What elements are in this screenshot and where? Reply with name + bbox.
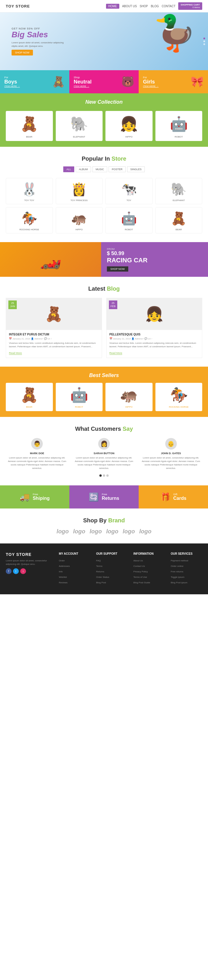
footer-link[interactable]: Toggle ipsum	[171, 576, 184, 578]
footer-link[interactable]: FAQ	[96, 559, 101, 562]
instagram-icon[interactable]: i	[20, 568, 26, 574]
popular-title-wrap: Popular In Store	[6, 156, 202, 162]
filter-tab-singles[interactable]: SINGLES	[127, 166, 145, 172]
blog-month: JAN	[10, 305, 15, 308]
popular-item[interactable]: 👸TOY PRINCESS	[56, 178, 103, 204]
footer-link[interactable]: Wishlist	[59, 576, 67, 578]
blog-read-more-link[interactable]: Read More	[9, 352, 22, 355]
footer-link[interactable]: Returns	[96, 570, 104, 573]
facebook-icon[interactable]: f	[6, 568, 11, 574]
popular-item[interactable]: 🦛HIPPO	[56, 207, 103, 234]
footer-link[interactable]: Order	[59, 559, 65, 562]
footer-link-item: Terms	[96, 564, 128, 568]
nav-shop-link[interactable]: SHOP	[140, 5, 148, 8]
footer-col-0: MY ACCOUNTOrderAddressesInfoWishlistRevi…	[59, 552, 91, 585]
shipping-text: Free Shiping	[33, 493, 50, 501]
best-sellers-grid: 🧸BEAR🤖ROBOT🦛HIPPO🏇ROCKING HORSE	[6, 383, 202, 411]
boys-link[interactable]: ITEM HERE →	[4, 85, 20, 88]
footer-link[interactable]: Addresses	[59, 565, 70, 568]
footer-link[interactable]: Contact Us	[133, 565, 145, 568]
racing-car-image: 🏎️	[0, 242, 101, 277]
best-seller-item[interactable]: 🦛HIPPO	[105, 383, 152, 411]
footer-link[interactable]: Reviews	[59, 581, 68, 584]
brand-logos: logologologologologologo	[6, 528, 202, 535]
category-girls[interactable]: For Girls ITEM HERE → 🎀	[139, 70, 208, 93]
footer-link[interactable]: About Us	[133, 559, 143, 562]
brand-logo-4[interactable]: logo	[123, 528, 135, 535]
footer-link[interactable]: Blog Post	[96, 581, 106, 584]
popular-item[interactable]: 🏇ROCKING HORSE	[6, 207, 53, 234]
blog-title: INTEGER ET PURUS DICTUM	[9, 333, 99, 336]
best-seller-emoji: 🏇	[158, 386, 200, 404]
filter-tab-music[interactable]: MUSIC	[92, 166, 107, 172]
brand-logo-0[interactable]: logo	[57, 528, 69, 535]
nav-cart[interactable]: SHOPPING CART 0 items	[178, 2, 202, 10]
popular-item-name: TOY PRINCESS	[58, 199, 100, 202]
footer-description: Lorem ipsum dolor sit amet, consectetur …	[6, 559, 53, 566]
popular-item-name: ROBOT	[108, 228, 150, 231]
boys-label: For	[4, 76, 20, 79]
best-seller-item[interactable]: 🧸BEAR	[6, 383, 53, 411]
footer-link[interactable]: Blog Post Guide	[133, 581, 150, 584]
popular-emoji: 🧸	[158, 210, 200, 227]
footer-link[interactable]: Free returns	[171, 570, 183, 573]
twitter-icon[interactable]: t	[13, 568, 19, 574]
brands-em: Brand	[108, 517, 125, 523]
footer-link[interactable]: Order Status	[96, 576, 109, 578]
best-seller-item[interactable]: 🏇ROCKING HORSE	[156, 383, 203, 411]
popular-item[interactable]: 🤖ROBOT	[105, 207, 152, 234]
footer-link[interactable]: Terms	[96, 565, 103, 568]
brand-logo-3[interactable]: logo	[106, 528, 118, 535]
popular-title: Popular In Store	[82, 156, 126, 162]
blog-card: 25JAN 🧸 INTEGER ET PURUS DICTUM 📅 Januar…	[6, 298, 102, 358]
nav-home-link[interactable]: HOME	[106, 4, 119, 9]
footer-links-list: About UsContact UsPrivacy PolicyTerms of…	[133, 558, 165, 584]
brand-logo-5[interactable]: logo	[139, 528, 151, 535]
testimonial-dots	[6, 474, 202, 477]
hero-section: GET NOW 55% OFF Big Sales Lorem ipsum do…	[0, 13, 208, 70]
footer-brand-col: TOY STORE Lorem ipsum dolor sit amet, co…	[6, 552, 53, 585]
footer-link[interactable]: Terms of Use	[133, 576, 147, 578]
footer-link[interactable]: Payment method	[171, 559, 188, 562]
filter-tab-album[interactable]: ALBUM	[76, 166, 91, 172]
popular-item-name: ELEPHANT	[158, 199, 200, 202]
neutral-link[interactable]: ITEM HERE →	[74, 85, 92, 88]
best-seller-name: HIPPO	[108, 406, 150, 408]
new-collection-item[interactable]: 🧸BEAR	[6, 111, 53, 141]
new-collection-item[interactable]: 🤖ROBOT	[156, 111, 203, 141]
racing-shop-button[interactable]: SHOP NOW	[107, 266, 128, 272]
popular-item[interactable]: 🐘ELEPHANT	[156, 178, 203, 204]
girls-link[interactable]: ITEM HERE →	[143, 85, 159, 88]
footer-link[interactable]: Blog Post ipsum	[171, 581, 187, 584]
footer-link[interactable]: Info	[59, 570, 63, 573]
footer-col-3: OUR SERVICESPayment methodOrder onlineFr…	[171, 552, 202, 585]
cart-label: SHOPPING CART	[181, 3, 200, 6]
blog-month: FEB	[111, 305, 116, 308]
popular-item[interactable]: 🐰TOY TOY	[6, 178, 53, 204]
dot-3[interactable]	[106, 474, 109, 477]
blog-date-badge: 25JAN	[8, 301, 17, 309]
nav-blog-link[interactable]: BLOG	[151, 5, 159, 8]
nav-about-link[interactable]: ABOUT US	[122, 5, 137, 8]
filter-tab-poster[interactable]: POSTER	[109, 166, 125, 172]
brand-logo-2[interactable]: logo	[90, 528, 102, 535]
hero-shop-button[interactable]: SHOP NOW	[11, 50, 33, 56]
footer-link[interactable]: Order online	[171, 565, 183, 568]
new-collection-item[interactable]: 👧HIPPO	[105, 111, 152, 141]
new-collection-title: New Collection	[6, 99, 202, 105]
new-collection-item[interactable]: 🐘ELEPHANT	[56, 111, 103, 141]
popular-item[interactable]: 🧸BEAR	[156, 207, 203, 234]
nav-contact-link[interactable]: CONTACT	[162, 5, 176, 8]
dot-2[interactable]	[103, 474, 105, 477]
footer-link-item: Blog Post Guide	[133, 580, 165, 584]
brand-logo-1[interactable]: logo	[73, 528, 85, 535]
popular-item[interactable]: 🐄TOY	[105, 178, 152, 204]
footer-link[interactable]: Privacy Policy	[133, 570, 148, 573]
category-neutral[interactable]: Shop Neutral ITEM HERE → 🐻	[69, 70, 139, 93]
brands-title: Shop By Brand	[6, 517, 202, 524]
dot-1[interactable]	[99, 474, 102, 477]
best-seller-item[interactable]: 🤖ROBOT	[56, 383, 103, 411]
filter-tab-all[interactable]: ALL	[63, 166, 74, 172]
blog-read-more-link[interactable]: Read More	[110, 352, 122, 355]
category-boys[interactable]: For Boys ITEM HERE → 🧸	[0, 70, 69, 93]
